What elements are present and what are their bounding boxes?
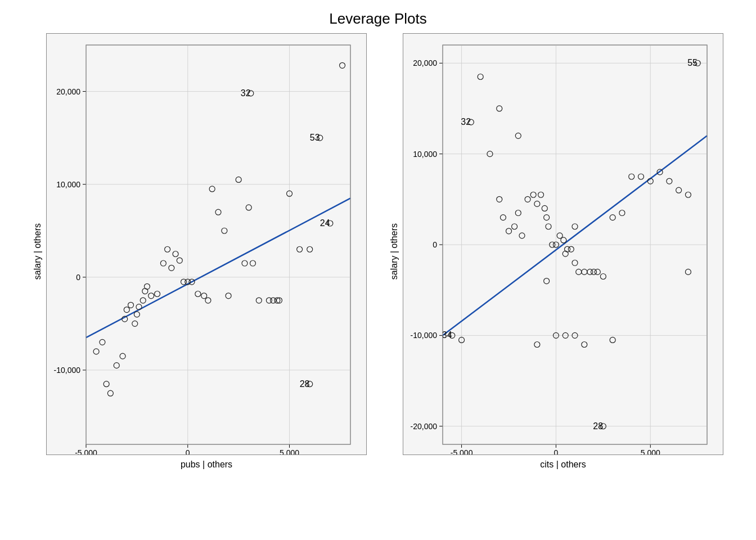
svg-text:10,000: 10,000 (413, 150, 437, 159)
svg-text:-5,000: -5,000 (75, 448, 97, 455)
plot1-wrapper: salary | others 32532428-5,00005,000-10,… (33, 33, 367, 470)
page-title: Leverage Plots (0, 0, 756, 28)
svg-text:5,000: 5,000 (641, 448, 660, 455)
svg-text:24: 24 (320, 218, 330, 228)
plot2-x-label: cits | others (540, 460, 586, 470)
svg-text:0: 0 (76, 273, 80, 282)
plot1-chart-area: 32532428-5,00005,000-10,000010,00020,000… (46, 33, 367, 470)
svg-text:53: 53 (310, 133, 320, 142)
svg-text:55: 55 (687, 58, 698, 68)
plot2-y-label: salary | others (389, 223, 399, 280)
svg-text:10,000: 10,000 (56, 180, 80, 189)
svg-text:28: 28 (300, 379, 310, 389)
plot1-area: salary | others 32532428-5,00005,000-10,… (33, 33, 367, 470)
page: Leverage Plots salary | others 32532428-… (0, 0, 756, 540)
plot2-wrapper: salary | others 34322855-5,00005,000-20,… (389, 33, 723, 470)
svg-text:-5,000: -5,000 (451, 448, 473, 455)
svg-text:-10,000: -10,000 (411, 331, 438, 340)
plots-container: salary | others 32532428-5,00005,000-10,… (0, 28, 756, 481)
svg-text:-20,000: -20,000 (411, 422, 438, 431)
svg-rect-0 (86, 45, 350, 444)
plot2-chart-area: 34322855-5,00005,000-20,000-10,000010,00… (403, 33, 723, 470)
svg-text:-10,000: -10,000 (54, 366, 81, 375)
svg-text:20,000: 20,000 (413, 58, 437, 68)
plot1-x-label: pubs | others (181, 460, 232, 470)
svg-text:0: 0 (433, 240, 437, 249)
plot1-y-label: salary | others (33, 223, 43, 280)
svg-text:34: 34 (442, 330, 452, 340)
plot2-svg: 34322855-5,00005,000-20,000-10,000010,00… (403, 33, 723, 455)
svg-text:20,000: 20,000 (56, 87, 80, 96)
plot2-area: salary | others 34322855-5,00005,000-20,… (389, 33, 723, 470)
svg-text:32: 32 (461, 117, 471, 127)
svg-text:0: 0 (554, 448, 559, 455)
svg-text:0: 0 (186, 448, 190, 455)
svg-text:28: 28 (593, 421, 603, 431)
svg-text:32: 32 (241, 88, 251, 98)
svg-text:5,000: 5,000 (280, 448, 299, 455)
plot1-svg: 32532428-5,00005,000-10,000010,00020,000 (46, 33, 367, 455)
